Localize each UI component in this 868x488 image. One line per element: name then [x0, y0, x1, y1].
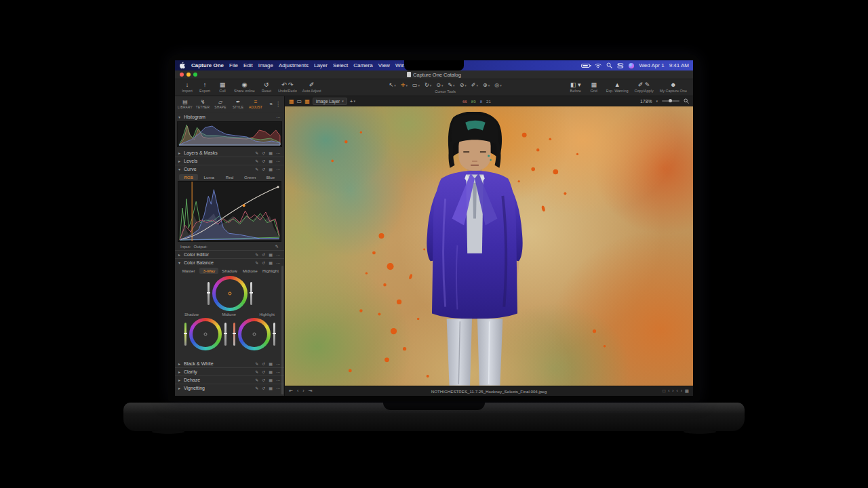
more-icon[interactable]: ⋯	[275, 159, 281, 163]
color-balance-tab[interactable]: Master	[179, 268, 198, 274]
panel-header-histogram[interactable]: ▾ Histogram ⋯	[175, 113, 284, 121]
edit-icon[interactable]: ✎	[254, 252, 259, 257]
cursor-tool-button[interactable]: ⊙ ▾	[435, 81, 444, 89]
panel-header-curve[interactable]: ▾ Curve ✎ ↺ ▦ ⋯	[175, 165, 284, 173]
reset-icon[interactable]: ↺	[261, 369, 266, 374]
thumbnail-grid-icon[interactable]: ▦	[289, 98, 294, 104]
pager-icon[interactable]: ▦	[685, 388, 689, 394]
more-icon[interactable]: ⋯	[275, 167, 281, 171]
more-icon[interactable]: ⋯	[275, 115, 281, 119]
edit-icon[interactable]: ✎	[254, 369, 259, 374]
toolbar-button[interactable]: ↺ Reset	[258, 79, 275, 96]
zoom-slider[interactable]	[662, 100, 679, 102]
reset-icon[interactable]: ↺	[261, 260, 266, 265]
menubar-date[interactable]: Wed Apr 1	[639, 62, 664, 68]
presets-icon[interactable]: ▦	[268, 378, 273, 382]
nav-arrow-icon[interactable]: ⇥	[309, 388, 313, 394]
menubar-item[interactable]: Capture One	[189, 62, 226, 68]
presets-icon[interactable]: ▦	[268, 159, 273, 163]
reset-icon[interactable]: ↺	[261, 252, 266, 257]
edit-icon[interactable]: ✎	[254, 361, 259, 366]
pager-icon[interactable]: ›	[672, 388, 673, 394]
curve-channel-tab[interactable]: Red	[220, 174, 239, 180]
toolbar-button[interactable]: ▦ Grid	[586, 79, 602, 96]
cursor-tool-button[interactable]: ↖ ▾	[387, 81, 397, 89]
nav-arrow-icon[interactable]: ‹	[297, 388, 298, 394]
reset-icon[interactable]: ↺	[261, 150, 266, 155]
panel-header[interactable]: ▸ Layers & Masks ✎ ↺ ▦ ⋯	[175, 148, 284, 157]
tool-tab[interactable]: ✒ STYLE	[229, 99, 247, 109]
reset-icon[interactable]: ↺	[261, 361, 266, 366]
panel-header[interactable]: ▸ Vignetting ✎ ↺ ▦ ⋯	[175, 384, 284, 392]
wheel-slider[interactable]	[250, 282, 252, 305]
menubar-item[interactable]: Adjustments	[276, 62, 311, 68]
toolbar-button[interactable]: ✐ Auto Adjust	[300, 79, 323, 96]
toolbar-button[interactable]: ✐ ✎ Copy/Apply	[633, 79, 656, 96]
menubar-item[interactable]: Edit	[241, 62, 256, 68]
curve-channel-tab[interactable]: Luma	[199, 174, 218, 180]
edit-icon[interactable]: ✎	[254, 378, 259, 382]
menubar-item[interactable]: View	[376, 62, 393, 68]
toolbar-button[interactable]: ▲ Exp. Warning	[604, 79, 631, 96]
menubar-item[interactable]: File	[226, 62, 241, 68]
color-balance-tab[interactable]: Midtone	[241, 268, 260, 274]
nav-arrow-icon[interactable]: ›	[302, 388, 304, 394]
midtone-color-wheel[interactable]	[212, 276, 248, 311]
color-balance-tab[interactable]: 3-Way	[199, 268, 218, 274]
curve-channel-tab[interactable]: Green	[241, 174, 260, 180]
presets-icon[interactable]: ▦	[268, 369, 273, 374]
cursor-tool-button[interactable]: ⊘ ▾	[458, 81, 468, 89]
menubar-item[interactable]: Camera	[351, 62, 375, 68]
more-icon[interactable]: ⋯	[275, 361, 281, 366]
nav-arrow-icon[interactable]: ⇤	[289, 388, 293, 394]
edit-icon[interactable]: ✎	[254, 386, 259, 390]
cursor-tool-button[interactable]: ✐ ▾	[470, 81, 479, 89]
panel-header[interactable]: ▸ Levels ✎ ↺ ▦ ⋯	[175, 157, 284, 165]
cursor-tool-button[interactable]: ↻ ▾	[423, 81, 433, 89]
panel-header[interactable]: ▸ Clarity ✎ ↺ ▦ ⋯	[175, 367, 284, 375]
add-layer-button[interactable]: + ▾	[350, 98, 355, 104]
presets-icon[interactable]: ▦	[268, 167, 273, 171]
presets-icon[interactable]: ▦	[268, 150, 273, 155]
cursor-tool-button[interactable]: ⊕ ▾	[481, 81, 491, 89]
panel-header-color-editor[interactable]: ▸ Color Editor ✎ ↺ ▦ ⋯	[175, 250, 284, 258]
cursor-tool-button[interactable]: ◎ ▾	[493, 81, 503, 89]
pager-icon[interactable]: ‹	[668, 388, 669, 394]
cursor-tool-button[interactable]: ✛ ▾	[399, 81, 409, 89]
presets-icon[interactable]: ▦	[268, 386, 273, 390]
filmstrip-icon[interactable]: ▦	[304, 98, 310, 104]
edit-icon[interactable]: ✎	[254, 167, 259, 171]
highlight-color-wheel[interactable]	[238, 318, 271, 350]
menubar-item[interactable]: Layer	[311, 62, 330, 68]
panel-header[interactable]: ▸ Black & White ✎ ↺ ▦ ⋯	[175, 359, 284, 367]
siri-icon[interactable]	[629, 63, 634, 68]
tool-tab[interactable]: ▤ LIBRARY	[176, 99, 194, 109]
pager-icon[interactable]: ‹	[677, 388, 678, 394]
panel-header-color-balance[interactable]: ▾ Color Balance ✎ ↺ ▦ ⋯	[175, 258, 284, 266]
menubar-item[interactable]: Image	[256, 62, 276, 68]
battery-icon[interactable]	[581, 64, 590, 68]
more-icon[interactable]: ⋯	[275, 260, 281, 265]
layer-select[interactable]: Image Layer ▾	[313, 98, 347, 105]
edit-icon[interactable]: ✎	[254, 159, 259, 163]
more-icon[interactable]: ⋯	[275, 386, 281, 390]
pager-icon[interactable]: □	[663, 388, 665, 394]
toolbar-button[interactable]: ↑ Export	[197, 79, 213, 96]
color-balance-tab[interactable]: Shadow	[220, 268, 239, 274]
wheel-slider[interactable]	[208, 282, 210, 305]
close-window-button[interactable]	[180, 73, 184, 77]
single-image-icon[interactable]: ▭	[297, 98, 302, 104]
more-icon[interactable]: ⋯	[275, 369, 281, 374]
curve-channel-tab[interactable]: Blue	[261, 174, 280, 180]
edit-icon[interactable]: ✎	[254, 150, 259, 155]
wheel-slider[interactable]	[273, 323, 275, 346]
more-icon[interactable]: ⋯	[275, 150, 281, 155]
tool-tab[interactable]: ▱ SHAPE	[212, 99, 229, 109]
cursor-tool-button[interactable]: ✎ ▾	[446, 81, 456, 89]
curve-graph[interactable]	[178, 181, 281, 242]
tool-tab[interactable]: ↯ TETHER	[194, 99, 212, 109]
toolbar-button[interactable]: ◧ ▾ Before	[568, 79, 584, 96]
wheel-slider[interactable]	[224, 323, 226, 346]
control-center-icon[interactable]	[617, 63, 624, 68]
photo-canvas[interactable]	[285, 106, 693, 386]
